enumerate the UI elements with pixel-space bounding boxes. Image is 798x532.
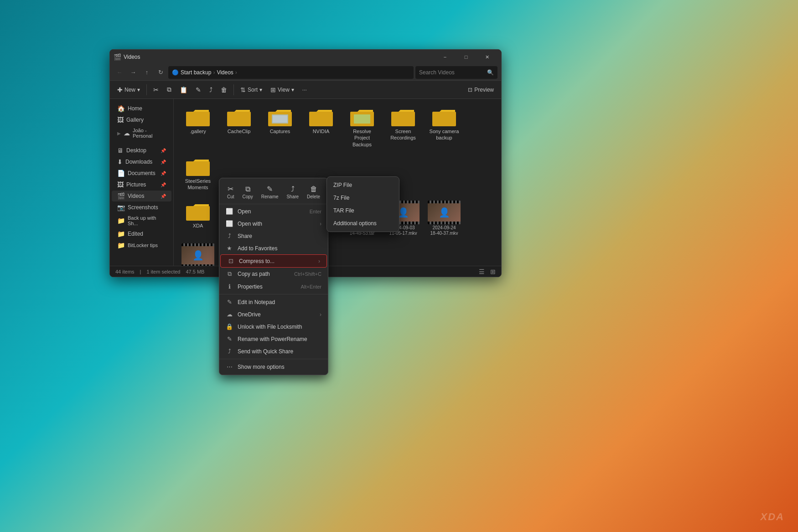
folder-icon-gallery	[185, 107, 211, 127]
view-mode-grid-icon[interactable]: ⊞	[490, 268, 496, 275]
ctx-item-onedrive[interactable]: ☁ OneDrive ›	[219, 308, 328, 320]
ctx-share-button[interactable]: ⤴ Share	[283, 183, 302, 201]
ctx-cut-label: Cut	[227, 194, 234, 199]
copy-button[interactable]: ⧉	[163, 84, 175, 95]
rename-button[interactable]: ✎	[192, 84, 205, 95]
video-label-5: 2024-09-2418-40-37.mkv	[430, 225, 458, 236]
maximize-button[interactable]: □	[456, 50, 477, 64]
breadcrumb-current: Videos	[217, 69, 233, 76]
sidebar-label-downloads: Downloads	[125, 159, 152, 165]
ctx-item-quick-share[interactable]: ⤴ Send with Quick Share	[219, 345, 328, 357]
ctx-onedrive-label: OneDrive	[238, 311, 315, 318]
sidebar-label-backup: Back up with Sh...	[128, 215, 166, 226]
view-mode-list-icon[interactable]: ☰	[479, 268, 485, 275]
folder-nvidia[interactable]: NVIDIA	[302, 104, 340, 150]
sidebar-item-desktop[interactable]: 🖥 Desktop 📌	[112, 145, 171, 156]
ctx-properties-icon: ℹ	[226, 283, 233, 290]
share-icon: ⤴	[209, 86, 212, 93]
ctx-item-open-with[interactable]: ⬜ Open with ›	[219, 217, 328, 230]
folder-cacheclip[interactable]: CacheClip	[220, 104, 258, 150]
new-button[interactable]: ✚ New ▾	[114, 84, 144, 95]
search-bar[interactable]: Search Videos 🔍	[415, 66, 497, 79]
ctx-item-copy-path[interactable]: ⧉ Copy as path Ctrl+Shift+C	[219, 268, 328, 280]
more-label: ···	[302, 87, 307, 93]
ctx-item-properties[interactable]: ℹ Properties Alt+Enter	[219, 280, 328, 293]
context-menu: ✂ Cut ⧉ Copy ✎ Rename ⤴ Share 🗑 Delete ⬜…	[219, 178, 328, 375]
window-icon: 🎬	[114, 53, 121, 61]
svg-rect-7	[354, 114, 370, 124]
ctx-onedrive-icon: ☁	[226, 311, 233, 318]
close-button[interactable]: ✕	[477, 50, 497, 64]
sidebar-item-screenshots[interactable]: 📷 Screenshots	[112, 202, 171, 213]
ctx-rename-icon: ✎	[267, 185, 273, 193]
ctx-item-more-options[interactable]: ⋯ Show more options	[219, 361, 328, 373]
minimize-button[interactable]: −	[435, 50, 456, 64]
ctx-separator-2	[219, 359, 328, 359]
cut-button[interactable]: ✂	[150, 84, 162, 95]
ctx-item-compress[interactable]: ⊡ Compress to... ›	[220, 254, 327, 268]
ctx-item-power-rename[interactable]: ✎ Rename with PowerRename	[219, 333, 328, 345]
folder-sony[interactable]: Sony camera backup	[425, 104, 463, 150]
submenu-tar[interactable]: TAR File	[327, 204, 399, 217]
folder-gallery[interactable]: .gallery	[179, 104, 217, 150]
up-button[interactable]: ↑	[141, 67, 153, 78]
submenu-7z[interactable]: 7z File	[327, 191, 399, 204]
sidebar-item-backup[interactable]: 📁 Back up with Sh...	[112, 213, 171, 228]
sidebar-label-home: Home	[128, 105, 142, 112]
sort-button[interactable]: ⇅ Sort ▾	[237, 84, 266, 95]
sidebar-item-downloads[interactable]: ⬇ Downloads 📌	[112, 156, 171, 167]
sidebar-item-bitlocker[interactable]: 📁 BitLocker tips	[112, 240, 171, 251]
folder-resolve[interactable]: Resolve Project Backups	[343, 104, 381, 150]
folder-icon-sony	[431, 107, 457, 127]
screenshots-icon: 📷	[117, 204, 125, 211]
submenu-zip[interactable]: ZIP File	[327, 179, 399, 191]
separator-1: |	[140, 269, 141, 274]
view-button[interactable]: ⊞ View ▾	[267, 84, 298, 95]
ctx-copy-label: Copy	[242, 194, 253, 199]
folder-xda[interactable]: XDA	[179, 199, 217, 238]
folder-captures[interactable]: Captures	[261, 104, 299, 150]
sidebar-item-videos[interactable]: 🎬 Videos 📌	[112, 191, 171, 201]
sidebar-item-gallery[interactable]: 🖼 Gallery	[112, 114, 171, 125]
sidebar-item-personal[interactable]: ▶ ☁ João - Personal	[112, 126, 171, 140]
pin-icon: 📌	[161, 148, 166, 153]
delete-button[interactable]: 🗑	[217, 84, 231, 95]
ctx-copypath-label: Copy as path	[238, 271, 290, 277]
sidebar-item-edited[interactable]: 📁 Edited	[112, 228, 171, 239]
ctx-copypath-shortcut: Ctrl+Shift+C	[294, 271, 321, 277]
video-item-5[interactable]: 👤 2024-09-2418-40-37.mkv	[425, 199, 463, 238]
ctx-cut-button[interactable]: ✂ Cut	[223, 183, 238, 201]
ctx-delete-button[interactable]: 🗑 Delete	[303, 183, 324, 201]
search-placeholder: Search Videos	[419, 69, 455, 76]
folder-label-steelseries: SteelSeries Moments	[182, 178, 214, 191]
ctx-item-share[interactable]: ⤴ Share	[219, 230, 328, 242]
ctx-compress-icon: ⊡	[227, 258, 234, 264]
folder-label-screen-recordings: Screen Recordings	[387, 128, 419, 141]
ctx-item-edit-notepad[interactable]: ✎ Edit in Notepad	[219, 296, 328, 308]
ctx-copy-button[interactable]: ⧉ Copy	[238, 183, 256, 201]
ctx-rename-button[interactable]: ✎ Rename	[258, 183, 282, 201]
item-count: 44 items	[115, 269, 135, 274]
back-button[interactable]: ←	[114, 67, 125, 78]
folder-screen-recordings[interactable]: Screen Recordings	[384, 104, 422, 150]
submenu-additional[interactable]: Additional options	[327, 217, 399, 230]
preview-button[interactable]: ⊡ Preview	[464, 85, 497, 95]
sidebar-item-documents[interactable]: 📄 Documents 📌	[112, 168, 171, 179]
sidebar-item-home[interactable]: 🏠 Home	[112, 103, 171, 114]
ctx-item-unlock[interactable]: 🔒 Unlock with File Locksmith	[219, 320, 328, 333]
forward-button[interactable]: →	[127, 67, 139, 78]
paste-button[interactable]: 📋	[176, 84, 191, 95]
address-bar[interactable]: 🔵 Start backup › Videos ›	[168, 66, 414, 79]
ctx-openwith-arrow: ›	[320, 221, 321, 227]
ctx-item-open[interactable]: ⬜ Open Enter	[219, 205, 328, 217]
folder-steelseries[interactable]: SteelSeries Moments	[179, 154, 217, 194]
downloads-icon: ⬇	[117, 158, 123, 165]
more-button[interactable]: ···	[299, 85, 311, 95]
refresh-button[interactable]: ↻	[155, 67, 166, 78]
ctx-rename-label: Rename	[261, 194, 279, 199]
ctx-favorites-label: Add to Favorites	[238, 245, 321, 252]
share-button[interactable]: ⤴	[206, 84, 216, 95]
ctx-item-favorites[interactable]: ★ Add to Favorites	[219, 242, 328, 254]
video-item-6[interactable]: 👤 2024-09-2418-49-06.mkv	[179, 242, 217, 266]
sidebar-item-pictures[interactable]: 🖼 Pictures 📌	[112, 179, 171, 190]
